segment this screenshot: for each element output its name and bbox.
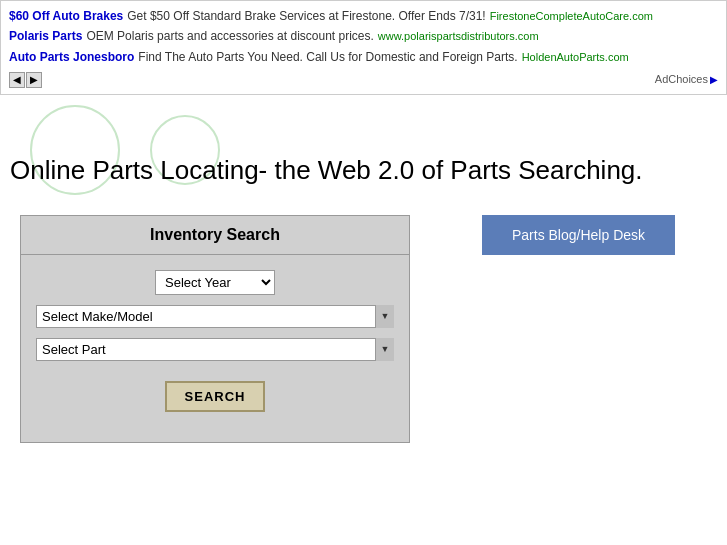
ad-row-3: Auto Parts Jonesboro Find The Auto Parts… (9, 47, 718, 67)
ad-choices-triangle-icon: ▶ (710, 71, 718, 88)
ad-next-button[interactable]: ▶ (26, 72, 42, 88)
ad-url-3[interactable]: HoldenAutoParts.com (522, 48, 629, 67)
select-makemodel-wrapper: Select Make/Model ▼ (36, 305, 394, 328)
ad-desc-2: OEM Polaris parts and accessories at dis… (86, 26, 373, 46)
select-year-dropdown[interactable]: Select Year (155, 270, 275, 295)
ad-nav-buttons: ◀ ▶ (9, 72, 42, 88)
ad-title-1[interactable]: $60 Off Auto Brakes (9, 6, 123, 26)
ad-title-3[interactable]: Auto Parts Jonesboro (9, 47, 134, 67)
select-part-wrapper: Select Part ▼ (36, 338, 394, 361)
ad-row-2: Polaris Parts OEM Polaris parts and acce… (9, 26, 718, 46)
inventory-search-body: Select Year Select Make/Model ▼ Select P… (21, 255, 409, 422)
ad-url-1[interactable]: FirestoneCompleteAutoCare.com (490, 7, 653, 26)
inventory-search-box: Inventory Search Select Year Select Make… (20, 215, 410, 443)
select-part-dropdown[interactable]: Select Part (36, 338, 394, 361)
search-button[interactable]: SEARCH (165, 381, 266, 412)
search-btn-wrapper: SEARCH (36, 381, 394, 412)
ad-navigation: ◀ ▶ AdChoices ▶ (9, 70, 718, 89)
ad-title-2[interactable]: Polaris Parts (9, 26, 82, 46)
select-makemodel-dropdown[interactable]: Select Make/Model (36, 305, 394, 328)
ad-desc-1: Get $50 Off Standard Brake Services at F… (127, 6, 485, 26)
main-heading: Online Parts Locating- the Web 2.0 of Pa… (0, 145, 727, 196)
ad-prev-button[interactable]: ◀ (9, 72, 25, 88)
ad-url-2[interactable]: www.polarispartsdistributors.com (378, 27, 539, 46)
ad-choices-label: AdChoices (655, 70, 708, 89)
select-year-wrapper: Select Year (36, 270, 394, 295)
ad-banner: $60 Off Auto Brakes Get $50 Off Standard… (0, 0, 727, 95)
ad-desc-3: Find The Auto Parts You Need. Call Us fo… (138, 47, 517, 67)
ad-choices: AdChoices ▶ (655, 70, 718, 89)
ad-row-1: $60 Off Auto Brakes Get $50 Off Standard… (9, 6, 718, 26)
